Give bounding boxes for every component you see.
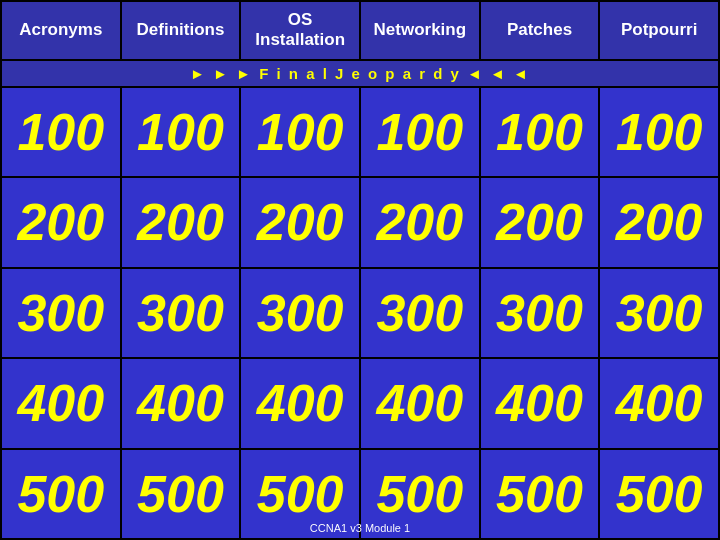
final-jeopardy-banner: ► ► ► F i n a l J e o p a r d y ◄ ◄ ◄	[2, 61, 720, 88]
cell-networking-400[interactable]: 400	[361, 359, 481, 449]
cell-patches-200[interactable]: 200	[481, 178, 601, 268]
cell-definitions-100[interactable]: 100	[122, 88, 242, 178]
cell-acronyms-100[interactable]: 100	[2, 88, 122, 178]
category-definitions[interactable]: Definitions	[122, 2, 242, 61]
cell-acronyms-400[interactable]: 400	[2, 359, 122, 449]
category-patches[interactable]: Patches	[481, 2, 601, 61]
cell-os-installation-300[interactable]: 300	[241, 269, 361, 359]
cell-networking-300[interactable]: 300	[361, 269, 481, 359]
cell-potpourri-400[interactable]: 400	[600, 359, 720, 449]
category-potpourri[interactable]: Potpourri	[600, 2, 720, 61]
cell-patches-300[interactable]: 300	[481, 269, 601, 359]
cell-networking-200[interactable]: 200	[361, 178, 481, 268]
cell-definitions-200[interactable]: 200	[122, 178, 242, 268]
category-networking[interactable]: Networking	[361, 2, 481, 61]
cell-networking-100[interactable]: 100	[361, 88, 481, 178]
cell-potpourri-200[interactable]: 200	[600, 178, 720, 268]
cell-os-installation-400[interactable]: 400	[241, 359, 361, 449]
category-os-installation[interactable]: OS Installation	[241, 2, 361, 61]
cell-acronyms-200[interactable]: 200	[2, 178, 122, 268]
category-acronyms[interactable]: Acronyms	[2, 2, 122, 61]
footer-label: CCNA1 v3 Module 1	[0, 522, 720, 534]
cell-patches-100[interactable]: 100	[481, 88, 601, 178]
cell-os-installation-100[interactable]: 100	[241, 88, 361, 178]
cell-potpourri-100[interactable]: 100	[600, 88, 720, 178]
cell-definitions-300[interactable]: 300	[122, 269, 242, 359]
cell-patches-400[interactable]: 400	[481, 359, 601, 449]
cell-definitions-400[interactable]: 400	[122, 359, 242, 449]
cell-os-installation-200[interactable]: 200	[241, 178, 361, 268]
jeopardy-grid: Acronyms Definitions OS Installation Net…	[0, 0, 720, 540]
cell-acronyms-300[interactable]: 300	[2, 269, 122, 359]
cell-potpourri-300[interactable]: 300	[600, 269, 720, 359]
